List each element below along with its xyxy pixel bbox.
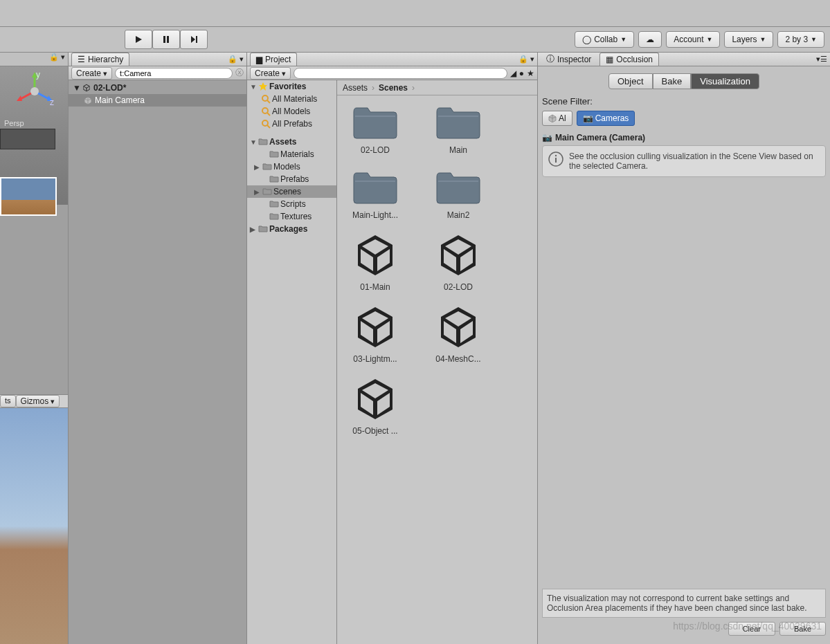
panel-menu-icon[interactable]: 🔒 ▾: [228, 55, 244, 64]
tree-packages[interactable]: ▶Packages: [247, 223, 336, 235]
tree-fav-item[interactable]: All Models: [247, 105, 336, 118]
filter-by-type-icon[interactable]: ◢: [510, 68, 516, 78]
filter-by-label-icon[interactable]: ●: [519, 68, 524, 78]
lock-icon[interactable]: 🔒 ▾: [49, 53, 65, 66]
grid-item-label: Main-Light...: [344, 210, 406, 220]
hierarchy-panel: ☰Hierarchy 🔒 ▾ Create ▾ ⓧ ▼ 02-LOD* Main…: [68, 53, 246, 644]
hierarchy-create-button[interactable]: Create ▾: [71, 67, 112, 80]
footer-warning: The visualization may not correspond to …: [542, 589, 826, 618]
project-tree: ▼Favorites All Materials All Models All …: [247, 80, 337, 644]
main-toolbar: ◯Collab▼ ☁ Account▼ Layers▼ 2 by 3▼: [0, 26, 830, 53]
chevron-right-icon: ›: [372, 83, 375, 93]
layout-dropdown[interactable]: 2 by 3▼: [777, 31, 824, 48]
tree-folder-scenes[interactable]: ▶Scenes: [247, 185, 336, 198]
grid-item-label: Main2: [427, 210, 489, 220]
grid-folder[interactable]: 02-LOD: [344, 102, 406, 155]
grid-item-label: 05-Object ...: [344, 426, 406, 436]
watermark-text: https://blog.csdn.net/qq_40029631: [673, 620, 822, 632]
grid-folder[interactable]: Main2: [427, 167, 489, 220]
project-breadcrumb: Assets › Scenes ›: [337, 80, 537, 95]
inspector-panel: ⓘInspector ▦Occlusion ▾☰ Object Bake Vis…: [537, 53, 830, 644]
game-view[interactable]: [0, 408, 68, 644]
occlusion-tab[interactable]: ▦Occlusion: [599, 53, 659, 66]
project-tab[interactable]: ▆Project: [250, 53, 297, 66]
camera-preview[interactable]: [0, 177, 57, 216]
grid-item-label: 02-LOD: [344, 145, 406, 155]
tree-fav-item[interactable]: All Materials: [247, 93, 336, 105]
tree-assets[interactable]: ▼Assets: [247, 136, 336, 148]
account-button[interactable]: Account▼: [666, 31, 720, 48]
info-icon: [548, 151, 563, 167]
grid-scene[interactable]: 01-Main: [344, 232, 406, 292]
tree-folder[interactable]: Prefabs: [247, 173, 336, 185]
grid-scene[interactable]: 04-MeshC...: [427, 304, 489, 364]
cloud-button[interactable]: ☁: [638, 31, 662, 48]
tree-favorites[interactable]: ▼Favorites: [247, 80, 336, 93]
collab-button[interactable]: ◯Collab▼: [575, 31, 634, 48]
grid-scene[interactable]: 03-Lightm...: [344, 304, 406, 364]
inspector-tab[interactable]: ⓘInspector: [541, 52, 597, 66]
project-create-button[interactable]: Create ▾: [250, 67, 291, 80]
layers-dropdown[interactable]: Layers▼: [724, 31, 773, 48]
tree-folder[interactable]: Scripts: [247, 198, 336, 210]
segment-visualization[interactable]: Visualization: [691, 73, 759, 89]
grid-item-label: 03-Lightm...: [344, 354, 406, 364]
hierarchy-item[interactable]: Main Camera: [69, 94, 246, 107]
filter-cameras-button[interactable]: 📷Cameras: [577, 111, 635, 126]
ts-button[interactable]: ts: [0, 395, 16, 407]
grid-scene[interactable]: 02-LOD: [427, 232, 489, 292]
scene-top-bar: 🔒 ▾: [0, 53, 68, 66]
play-button[interactable]: [125, 30, 152, 49]
grid-item-label: 01-Main: [344, 282, 406, 292]
grid-folder[interactable]: Main-Light...: [344, 167, 406, 220]
project-panel: ▆Project 🔒 ▾ Create ▾ ◢ ● ★ ▼Favorites A…: [246, 53, 537, 644]
svg-marker-15: [17, 95, 22, 101]
svg-text:z: z: [50, 98, 54, 107]
projection-label[interactable]: Persp: [4, 119, 24, 127]
breadcrumb-item[interactable]: Scenes: [379, 83, 408, 93]
segment-object[interactable]: Object: [608, 73, 653, 89]
hierarchy-tab[interactable]: ☰Hierarchy: [71, 53, 129, 66]
tree-folder[interactable]: Materials: [247, 148, 336, 160]
tree-folder[interactable]: Textures: [247, 210, 336, 223]
project-grid: 02-LODMainMain-Light...Main201-Main02-LO…: [337, 95, 537, 644]
segment-bake[interactable]: Bake: [653, 73, 692, 89]
grid-scene[interactable]: 05-Object ...: [344, 376, 406, 436]
panel-menu-icon[interactable]: ▾☰: [816, 55, 827, 64]
step-button[interactable]: [180, 30, 208, 49]
info-message: See the occlusion culling visualization …: [542, 145, 826, 177]
grid-item-label: Main: [427, 145, 489, 155]
occlusion-mode-segments: Object Bake Visualization: [542, 73, 826, 89]
gizmos-dropdown[interactable]: Gizmos ▾: [16, 395, 60, 407]
tree-folder[interactable]: ▶Models: [247, 160, 336, 173]
scene-filter-label: Scene Filter:: [542, 96, 826, 107]
hierarchy-list: ▼ 02-LOD* Main Camera: [69, 80, 246, 108]
breadcrumb-item[interactable]: Assets: [343, 83, 368, 93]
svg-text:y: y: [36, 71, 40, 80]
camera-icon: 📷: [583, 113, 593, 123]
clear-search-icon[interactable]: ⓧ: [235, 67, 244, 79]
hierarchy-scene-row[interactable]: ▼ 02-LOD*: [69, 82, 246, 94]
orientation-gizmo-icon[interactable]: y z: [14, 71, 55, 112]
chevron-right-icon: ›: [412, 83, 415, 93]
hierarchy-search-input[interactable]: [115, 68, 233, 79]
svg-marker-17: [259, 82, 267, 91]
camera-header: 📷 Main Camera (Camera): [542, 130, 826, 145]
camera-icon: 📷: [542, 133, 552, 142]
pause-button[interactable]: [152, 30, 180, 49]
tree-fav-item[interactable]: All Prefabs: [247, 118, 336, 130]
scene-view[interactable]: y z Persp: [0, 66, 68, 205]
game-toolbar: ts Gizmos ▾: [0, 394, 68, 408]
svg-rect-6: [167, 36, 169, 43]
scene-overlay[interactable]: [0, 129, 55, 149]
svg-point-16: [30, 87, 39, 95]
svg-rect-5: [163, 36, 165, 43]
project-search-input[interactable]: [294, 68, 507, 79]
grid-item-label: 02-LOD: [427, 282, 489, 292]
filter-all-button[interactable]: Al: [542, 111, 572, 126]
panel-menu-icon[interactable]: 🔒 ▾: [518, 55, 534, 64]
grid-folder[interactable]: Main: [427, 102, 489, 155]
grid-item-label: 04-MeshC...: [427, 354, 489, 364]
scene-views-column: 🔒 ▾ y z Persp ts Gizmos ▾: [0, 53, 68, 644]
save-search-icon[interactable]: ★: [527, 68, 534, 78]
